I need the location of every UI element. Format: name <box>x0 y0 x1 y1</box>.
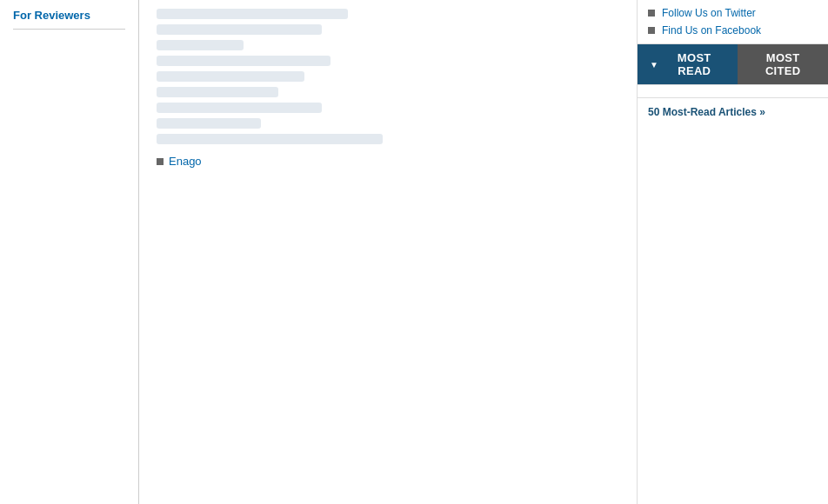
list-item <box>157 9 348 19</box>
list-item <box>157 56 331 66</box>
most-read-footer: 50 Most-Read Articles » <box>638 97 828 118</box>
list-item <box>157 24 322 35</box>
right-sidebar: Follow Us on Twitter Find Us on Facebook… <box>637 0 828 504</box>
list-item <box>157 118 261 129</box>
twitter-label: Follow Us on Twitter <box>662 7 756 19</box>
facebook-icon <box>648 27 655 34</box>
most-read-tab-label: MOST READ <box>663 51 725 77</box>
social-links: Follow Us on Twitter Find Us on Facebook <box>638 0 828 44</box>
most-read-articles-link[interactable]: 50 Most-Read Articles » <box>648 106 765 118</box>
most-read-tab[interactable]: ▼ MOST READ <box>638 44 738 84</box>
list-item <box>157 40 244 50</box>
tabs-row: ▼ MOST READ MOST CITED <box>638 44 828 85</box>
blurred-nav-list <box>157 9 619 144</box>
for-reviewers-link[interactable]: For Reviewers <box>13 9 125 30</box>
facebook-label: Find Us on Facebook <box>662 24 761 36</box>
most-cited-tab[interactable]: MOST CITED <box>738 44 828 84</box>
list-item <box>157 103 322 113</box>
main-content: Enago <box>139 0 637 504</box>
enago-bullet-icon <box>157 158 164 165</box>
twitter-link[interactable]: Follow Us on Twitter <box>648 7 818 19</box>
list-item <box>157 71 304 82</box>
twitter-icon <box>648 10 655 17</box>
most-cited-tab-label: MOST CITED <box>765 51 801 77</box>
facebook-link[interactable]: Find Us on Facebook <box>648 24 818 36</box>
enago-link[interactable]: Enago <box>169 155 202 168</box>
list-item <box>157 134 383 144</box>
left-sidebar: For Reviewers <box>0 0 139 504</box>
chevron-down-icon: ▼ <box>650 60 658 70</box>
enago-item: Enago <box>157 155 619 168</box>
list-item <box>157 87 278 97</box>
